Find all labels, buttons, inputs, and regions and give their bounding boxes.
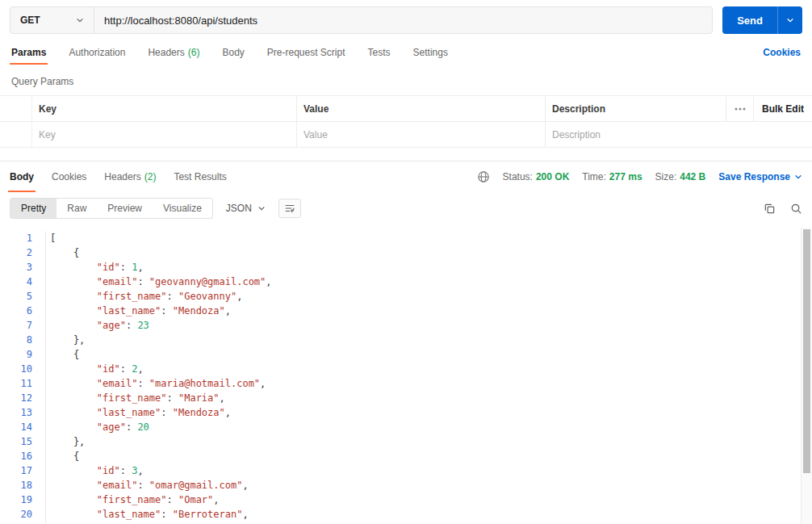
line-number: 6 <box>0 304 32 318</box>
column-header-key: Key <box>32 96 297 121</box>
code-line: "id": 1, <box>50 260 812 275</box>
time-indicator: Time: 277 ms <box>582 171 642 182</box>
response-body-viewer: 1234567891011121314151617181920 [ { "id"… <box>0 228 812 524</box>
size-label: Size: <box>655 171 677 182</box>
code-line: { <box>50 449 812 463</box>
wrap-lines-button[interactable] <box>278 199 301 218</box>
row-gutter <box>0 122 32 147</box>
code-line: { <box>50 347 812 362</box>
code-line: }, <box>50 434 812 449</box>
request-url-bar: GET Send <box>0 0 812 40</box>
line-number: 1 <box>0 231 32 245</box>
tab-body[interactable]: Body <box>222 40 244 65</box>
method-select[interactable]: GET <box>10 7 94 33</box>
column-header-description: Description <box>546 96 726 121</box>
code-line: "email": "maria@hotmail.com", <box>50 376 812 391</box>
view-mode-switcher: Pretty Raw Preview Visualize <box>10 198 213 219</box>
response-tab-test-results[interactable]: Test Results <box>174 161 226 192</box>
request-tabs: Params Authorization Headers (6) Body Pr… <box>0 40 812 65</box>
view-pretty[interactable]: Pretty <box>10 199 57 218</box>
line-number: 11 <box>0 376 32 391</box>
line-number: 4 <box>0 275 32 289</box>
line-number: 16 <box>0 449 32 463</box>
more-options-icon[interactable] <box>726 96 754 121</box>
ellipsis-icon <box>734 107 747 111</box>
code-line: "last_name": "Mendoza", <box>50 304 812 318</box>
tab-authorization[interactable]: Authorization <box>69 40 125 65</box>
code-lines[interactable]: [ { "id": 1, "email": "geovanny@gmail.co… <box>46 231 812 524</box>
response-tab-body[interactable]: Body <box>10 161 34 192</box>
param-key-input[interactable] <box>39 129 290 140</box>
url-input[interactable] <box>94 7 712 33</box>
chevron-down-icon <box>76 16 84 24</box>
copy-icon[interactable] <box>764 203 776 215</box>
param-description-input[interactable] <box>552 129 720 140</box>
line-number: 19 <box>0 493 32 507</box>
cookies-link[interactable]: Cookies <box>763 47 801 58</box>
response-tab-headers[interactable]: Headers (2) <box>104 161 156 192</box>
query-params-input-row <box>0 122 812 148</box>
tab-label: Headers <box>148 47 184 58</box>
save-response-button[interactable]: Save Response <box>718 171 802 182</box>
view-preview[interactable]: Preview <box>97 199 153 218</box>
status-indicator: Status: 200 OK <box>503 171 570 182</box>
size-indicator: Size: 442 B <box>655 171 706 182</box>
code-line: "email": "geovanny@gmail.com", <box>50 275 812 289</box>
response-meta: Status: 200 OK Time: 277 ms Size: 442 B … <box>477 170 802 183</box>
response-tabs: Body Cookies Headers (2) Test Results <box>10 161 227 192</box>
tab-params[interactable]: Params <box>11 40 46 65</box>
response-tab-cookies[interactable]: Cookies <box>52 161 86 192</box>
code-line: "first_name": "Geovanny", <box>50 289 812 304</box>
scrollbar-thumb[interactable] <box>803 229 810 473</box>
tab-label: Settings <box>413 47 448 58</box>
line-number: 18 <box>0 478 32 493</box>
tab-label: Pre-request Script <box>267 47 345 58</box>
line-number: 3 <box>0 260 32 275</box>
code-line: "first_name": "Omar", <box>50 493 812 507</box>
code-line: "last_name": "Mendoza", <box>50 405 812 420</box>
tab-label: Authorization <box>69 47 125 58</box>
method-url-field: GET <box>10 6 713 34</box>
network-globe-icon[interactable] <box>477 170 490 183</box>
view-raw[interactable]: Raw <box>57 199 97 218</box>
line-number: 8 <box>0 333 32 347</box>
response-section: Body Cookies Headers (2) Test Results St… <box>0 161 812 524</box>
line-number: 7 <box>0 318 32 333</box>
chevron-down-icon <box>794 173 802 181</box>
search-icon[interactable] <box>790 203 802 215</box>
tab-label: Body <box>10 171 34 182</box>
method-label: GET <box>20 15 40 26</box>
tab-label: Params <box>11 47 46 58</box>
send-options-button[interactable] <box>777 6 802 34</box>
response-toolbar-right <box>764 203 802 215</box>
save-response-label: Save Response <box>718 171 790 182</box>
line-number: 5 <box>0 289 32 304</box>
view-visualize[interactable]: Visualize <box>153 199 212 218</box>
tab-tests[interactable]: Tests <box>368 40 391 65</box>
chevron-down-icon <box>257 204 266 212</box>
response-header: Body Cookies Headers (2) Test Results St… <box>0 161 812 192</box>
tab-label: Body <box>222 47 244 58</box>
param-value-input[interactable] <box>303 129 538 140</box>
line-number: 9 <box>0 347 32 362</box>
code-line: "id": 3, <box>50 463 812 478</box>
language-select[interactable]: JSON <box>226 203 266 214</box>
line-number: 13 <box>0 405 32 420</box>
tab-label: Tests <box>368 47 391 58</box>
tab-label: Headers <box>104 171 140 182</box>
code-line: }, <box>50 333 812 347</box>
tab-settings[interactable]: Settings <box>413 40 448 65</box>
send-button[interactable]: Send <box>722 6 777 34</box>
scrollbar-track[interactable] <box>801 228 812 524</box>
tab-pre-request-script[interactable]: Pre-request Script <box>267 40 345 65</box>
wrap-text-icon <box>284 203 295 214</box>
code-line: "age": 20 <box>50 420 812 434</box>
time-value: 277 ms <box>609 171 642 182</box>
send-split-button: Send <box>722 6 802 34</box>
chevron-down-icon <box>786 16 794 24</box>
tab-headers[interactable]: Headers (6) <box>148 40 199 65</box>
code-line: [ <box>50 231 812 245</box>
tab-count: (2) <box>144 171 157 182</box>
bulk-edit-button[interactable]: Bulk Edit <box>754 96 812 121</box>
send-label: Send <box>737 15 763 27</box>
